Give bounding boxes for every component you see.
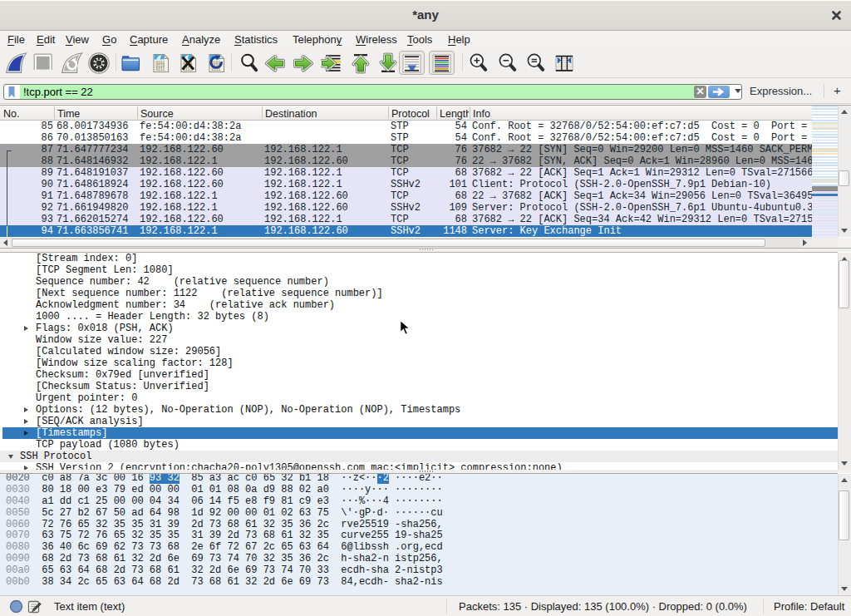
svg-text:0111: 0111 — [155, 67, 165, 71]
